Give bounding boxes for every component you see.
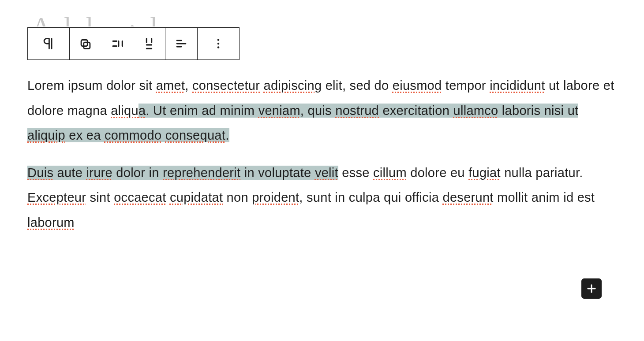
spellcheck-word: occaecat xyxy=(114,190,166,204)
text-run: non xyxy=(223,190,252,204)
selected-text: in voluptate xyxy=(240,166,315,180)
selected-text: aute xyxy=(53,166,86,180)
move-vertical-icon xyxy=(142,36,157,51)
drag-icon xyxy=(78,36,93,51)
spellcheck-word: proident xyxy=(252,190,299,204)
text-run: sint xyxy=(86,190,114,204)
editor-canvas[interactable]: A l l . · l xyxy=(0,0,644,260)
spellcheck-word: consectetur xyxy=(192,78,260,93)
selected-text: , quis xyxy=(300,104,335,118)
align-left-icon xyxy=(174,36,189,51)
text-run: mollit anim id est xyxy=(494,190,595,204)
more-options-button[interactable] xyxy=(198,28,239,59)
spellcheck-word: eiusmod xyxy=(393,78,442,93)
move-horizontal-icon xyxy=(110,36,125,51)
selected-text: . Ut enim ad minim xyxy=(146,104,258,118)
spellcheck-word: adipiscing xyxy=(263,78,322,93)
selected-text: ex ea xyxy=(65,128,105,142)
selected-text: nostrud xyxy=(335,104,379,118)
add-block-button[interactable] xyxy=(581,278,602,299)
drag-handle-button[interactable] xyxy=(70,28,101,59)
svg-point-7 xyxy=(217,46,220,48)
text-run: dolore eu xyxy=(407,166,468,180)
spellcheck-word: incididunt xyxy=(490,78,545,93)
text-run: Lorem ipsum dolor sit xyxy=(27,78,156,93)
spellcheck-word: amet xyxy=(156,78,185,93)
title-placeholder-fragment: A l l . · l xyxy=(32,13,617,26)
text-run: , xyxy=(185,78,192,93)
paragraph-block[interactable]: Duis aute irure dolor in reprehenderit i… xyxy=(27,160,617,235)
text-run: , sunt in culpa qui officia xyxy=(299,190,442,204)
selected-text: laboris nisi ut xyxy=(498,104,578,118)
plus-icon xyxy=(585,282,598,295)
spellcheck-word: cupidatat xyxy=(170,190,223,204)
text-run: esse xyxy=(338,166,373,180)
pilcrow-icon xyxy=(41,36,56,51)
move-up-button[interactable] xyxy=(101,28,133,59)
selected-text: aliquip xyxy=(27,128,65,142)
text-run: nulla pariatur. xyxy=(501,166,583,180)
text-run xyxy=(166,190,170,204)
spellcheck-word: Excepteur xyxy=(27,190,86,204)
selected-text: reprehenderit xyxy=(163,166,240,180)
spellcheck-word: cillum xyxy=(373,166,407,180)
spellcheck-word: aliqu xyxy=(111,104,139,118)
spellcheck-word: deserunt xyxy=(443,190,494,204)
svg-point-5 xyxy=(217,39,220,41)
selected-text: veniam xyxy=(258,104,300,118)
selected-text: exercitation xyxy=(379,104,453,118)
align-button[interactable] xyxy=(165,28,197,59)
text-run: tempor xyxy=(442,78,490,93)
text-run: elit, sed do xyxy=(322,78,392,93)
content-area[interactable]: Lorem ipsum dolor sit amet, consectetur … xyxy=(27,73,617,235)
selected-text: velit xyxy=(315,166,338,180)
selected-text: irure xyxy=(86,166,112,180)
selected-text: ullamco xyxy=(453,104,498,118)
selected-text: dolor in xyxy=(112,166,163,180)
move-down-button[interactable] xyxy=(133,28,165,59)
selected-text: . xyxy=(225,128,229,142)
selected-text: a xyxy=(139,104,146,118)
spellcheck-word: fugiat xyxy=(468,166,501,180)
block-toolbar xyxy=(27,27,240,60)
paragraph-block[interactable]: Lorem ipsum dolor sit amet, consectetur … xyxy=(27,73,617,148)
paragraph-block-button[interactable] xyxy=(28,28,69,59)
more-vertical-icon xyxy=(211,36,226,51)
selected-text: consequat xyxy=(165,128,225,142)
selected-text: commodo xyxy=(105,128,161,142)
selected-text: Duis xyxy=(27,166,53,180)
selected-text xyxy=(161,128,165,142)
spellcheck-word: laborum xyxy=(27,215,75,230)
svg-point-6 xyxy=(217,43,220,45)
